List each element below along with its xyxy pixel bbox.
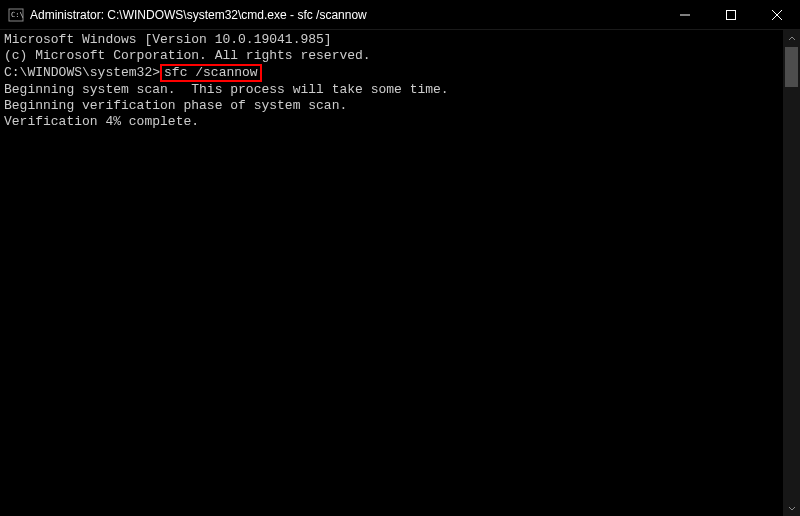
svg-rect-3 — [727, 11, 736, 20]
svg-text:C:\: C:\ — [11, 11, 24, 19]
verification-progress-line: Verification 4% complete. — [4, 114, 779, 130]
vertical-scrollbar[interactable] — [783, 30, 800, 516]
maximize-button[interactable] — [708, 0, 754, 30]
command-text: sfc /scannow — [164, 65, 258, 80]
command-highlight: sfc /scannow — [160, 64, 262, 82]
scrollbar-thumb[interactable] — [785, 47, 798, 87]
scrollbar-up-arrow-icon[interactable] — [783, 30, 800, 47]
scrollbar-down-arrow-icon[interactable] — [783, 499, 800, 516]
scrollbar-track[interactable] — [783, 47, 800, 499]
content-area: Microsoft Windows [Version 10.0.19041.98… — [0, 30, 800, 516]
cmd-icon: C:\ — [8, 7, 24, 23]
window-title: Administrator: C:\WINDOWS\system32\cmd.e… — [30, 8, 662, 22]
scan-begin-line: Beginning system scan. This process will… — [4, 82, 779, 98]
titlebar[interactable]: C:\ Administrator: C:\WINDOWS\system32\c… — [0, 0, 800, 30]
terminal-output[interactable]: Microsoft Windows [Version 10.0.19041.98… — [0, 30, 783, 516]
verification-phase-line: Beginning verification phase of system s… — [4, 98, 779, 114]
window-controls — [662, 0, 800, 29]
version-line: Microsoft Windows [Version 10.0.19041.98… — [4, 32, 779, 48]
close-button[interactable] — [754, 0, 800, 30]
prompt-line: C:\WINDOWS\system32>sfc /scannow — [4, 64, 779, 82]
copyright-line: (c) Microsoft Corporation. All rights re… — [4, 48, 779, 64]
minimize-button[interactable] — [662, 0, 708, 30]
command-prompt-window: C:\ Administrator: C:\WINDOWS\system32\c… — [0, 0, 800, 516]
prompt-text: C:\WINDOWS\system32> — [4, 65, 160, 80]
